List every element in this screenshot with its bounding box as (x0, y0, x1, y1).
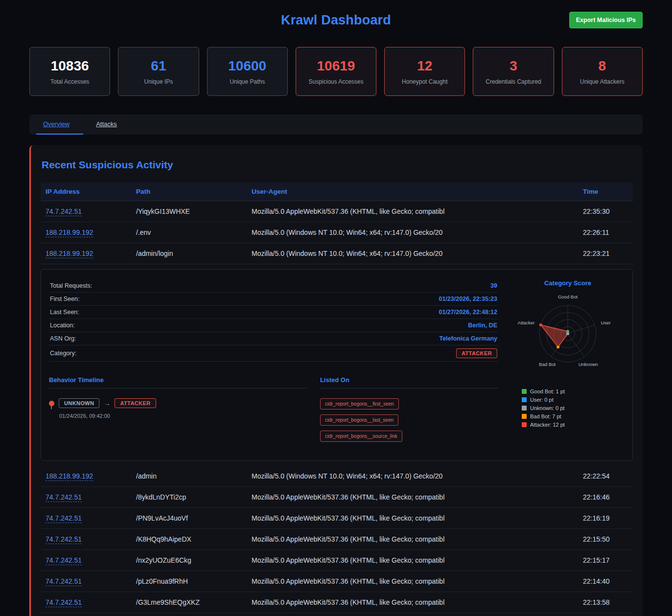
row-user-agent: Mozilla/5.0 AppleWebKit/537.36 (KHTML, l… (247, 592, 578, 613)
timeline-to-badge: ATTACKER (115, 398, 156, 408)
stat-card-honeypot-caught: 12 Honeypot Caught (384, 47, 465, 96)
info-row-asn-org: ASN Org: Telefonica Germany (49, 332, 498, 345)
row-user-agent: Mozilla/5.0 AppleWebKit/537.36 (KHTML, l… (247, 529, 578, 549)
row-user-agent: Mozilla/5.0 AppleWebKit/537.36 (KHTML, l… (247, 201, 578, 222)
ip-link[interactable]: 74.7.242.51 (46, 556, 82, 565)
ip-link[interactable]: 188.218.99.192 (46, 250, 93, 258)
info-value: Berlin, DE (468, 322, 497, 329)
radar-axis-label: Unknown (579, 362, 598, 367)
stat-card-unique-attackers: 8 Unique Attackers (562, 47, 643, 96)
row-path: /G3Lme9ShEQgXKZ (131, 592, 247, 613)
row-path: /admin/login (131, 243, 247, 264)
stat-value: 61 (151, 58, 166, 74)
table-row[interactable]: 188.218.99.192 /admin Mozilla/5.0 (Windo… (41, 466, 633, 487)
listed-on-title: Listed On (320, 376, 498, 388)
legend-item: Bad Bot: 7 pt (522, 413, 625, 419)
export-malicious-ips-button[interactable]: Export Malicious IPs (569, 12, 643, 28)
table-row[interactable]: 74.7.242.51 /nx2yUOZuE6Ckg Mozilla/5.0 A… (41, 550, 633, 571)
table-header-row: IP Address Path User-Agent Time (41, 183, 633, 201)
row-time: 22:16:19 (578, 508, 633, 528)
stat-value: 10600 (228, 58, 266, 74)
tab-attacks[interactable]: Attacks (89, 114, 131, 135)
ip-link[interactable]: 74.7.242.51 (46, 598, 82, 607)
table-row[interactable]: 74.7.242.51 /G3Lme9ShEQgXKZ Mozilla/5.0 … (41, 592, 633, 613)
listed-on-badges: cidr_report_bogons__first_seen cidr_repo… (320, 398, 482, 442)
blocklist-badge: cidr_report_bogons__source_link (320, 431, 402, 442)
tab-overview[interactable]: Overview (36, 114, 83, 135)
row-user-agent: Mozilla/5.0 AppleWebKit/537.36 (KHTML, l… (247, 571, 578, 592)
ip-link[interactable]: 74.7.242.51 (46, 577, 82, 586)
stats-row: 10836 Total Accesses 61 Unique IPs 10600… (29, 47, 643, 96)
stat-label: Honeypot Caught (402, 78, 447, 85)
arrow-right-icon: → (104, 400, 110, 407)
ip-link[interactable]: 74.7.242.51 (46, 207, 82, 216)
stat-value: 10619 (317, 58, 355, 74)
row-time: 22:15:17 (578, 550, 633, 570)
row-time: 22:14:40 (578, 571, 633, 592)
row-time: 22:16:46 (578, 487, 633, 507)
legend-color-swatch (522, 397, 527, 402)
row-time: 22:15:50 (578, 529, 633, 549)
radar-axis-label: Attacker (518, 320, 535, 325)
behavior-timeline-section: Behavior Timeline UNKNOWN → ATTACKER 01/… (49, 376, 307, 442)
info-value: 01/27/2026, 22:48:12 (439, 309, 497, 316)
legend-item: User: 0 pt (522, 397, 625, 403)
info-value: 39 (490, 282, 497, 289)
category-badge: ATTACKER (456, 348, 497, 358)
info-label: Category: (50, 350, 76, 357)
suspicious-activity-panel: Recent Suspicious Activity IP Address Pa… (29, 145, 643, 616)
section-title: Recent Suspicious Activity (42, 159, 633, 171)
info-row-category: Category: ATTACKER (49, 345, 498, 362)
ip-link[interactable]: 74.7.242.51 (46, 535, 82, 544)
stat-value: 3 (510, 58, 517, 74)
timeline-marker-icon (49, 401, 54, 406)
row-time: 22:23:21 (578, 243, 633, 264)
legend-label: Attacker: 12 pt (530, 422, 565, 428)
listed-on-section: Listed On cidr_report_bogons__first_seen… (320, 376, 498, 442)
col-time: Time (578, 183, 633, 201)
stat-value: 12 (417, 58, 432, 74)
stat-label: Unique IPs (144, 78, 173, 85)
table-row[interactable]: 74.7.242.51 /K8HQq9hAipeDX Mozilla/5.0 A… (41, 529, 633, 550)
legend-color-swatch (522, 406, 527, 411)
info-label: Total Requests: (50, 282, 92, 289)
row-path: /nx2yUOZuE6Ckg (131, 550, 247, 570)
page-title: Krawl Dashboard (29, 8, 643, 28)
legend-label: Bad Bot: 7 pt (530, 413, 561, 419)
radar-axis-label: User (601, 320, 611, 325)
table-row[interactable]: 188.218.99.192 /admin/login Mozilla/5.0 … (41, 243, 633, 264)
stat-card-unique-ips: 61 Unique IPs (118, 47, 199, 96)
tabs-bar: Overview Attacks (29, 114, 643, 135)
header: Krawl Dashboard Export Malicious IPs (29, 8, 643, 35)
row-path: /PN9LvAcJ4uoVf (131, 508, 247, 528)
legend-label: Good Bot: 1 pt (530, 388, 565, 394)
ip-link[interactable]: 188.218.99.192 (46, 472, 93, 481)
stat-label: Unique Paths (230, 78, 265, 85)
table-row[interactable]: 188.218.99.192 /.env Mozilla/5.0 (Window… (41, 222, 633, 243)
legend-label: User: 0 pt (530, 397, 554, 403)
ip-detail-info: Total Requests: 39 First Seen: 01/23/202… (49, 279, 498, 449)
stat-value: 8 (599, 58, 606, 74)
row-path: /admin (131, 466, 247, 486)
table-row[interactable]: 74.7.242.51 /8ykdLnDYTi2cp Mozilla/5.0 A… (41, 487, 633, 508)
row-path: /K8HQq9hAipeDX (131, 529, 247, 549)
info-row-total-requests: Total Requests: 39 (49, 279, 498, 293)
blocklist-badge: cidr_report_bogons__first_seen (320, 398, 399, 410)
ip-link[interactable]: 74.7.242.51 (46, 493, 82, 502)
table-row[interactable]: 74.7.242.51 /PN9LvAcJ4uoVf Mozilla/5.0 A… (41, 508, 633, 529)
radar-axis-label: Good Bot (558, 294, 578, 299)
info-label: Last Seen: (50, 309, 79, 316)
ip-link[interactable]: 188.218.99.192 (46, 228, 93, 237)
row-path: /pLz0Fnua9fRhH (131, 571, 247, 592)
stat-label: Credentials Captured (486, 78, 541, 85)
table-row[interactable]: 74.7.242.51 /pLz0Fnua9fRhH Mozilla/5.0 A… (41, 571, 633, 592)
behavior-timeline-title: Behavior Timeline (49, 376, 307, 388)
ip-link[interactable]: 74.7.242.51 (46, 514, 82, 523)
dashboard-page: Krawl Dashboard Export Malicious IPs 108… (29, 0, 643, 616)
row-user-agent: Mozilla/5.0 (Windows NT 10.0; Win64; x64… (247, 222, 578, 243)
table-row[interactable]: 74.7.242.51 /YiqykGI13WHXE Mozilla/5.0 A… (41, 201, 633, 222)
stat-label: Suspicious Accesses (308, 78, 363, 85)
legend-color-swatch (522, 389, 527, 394)
info-label: Location: (50, 322, 75, 329)
row-user-agent: Mozilla/5.0 AppleWebKit/537.36 (KHTML, l… (247, 508, 578, 528)
